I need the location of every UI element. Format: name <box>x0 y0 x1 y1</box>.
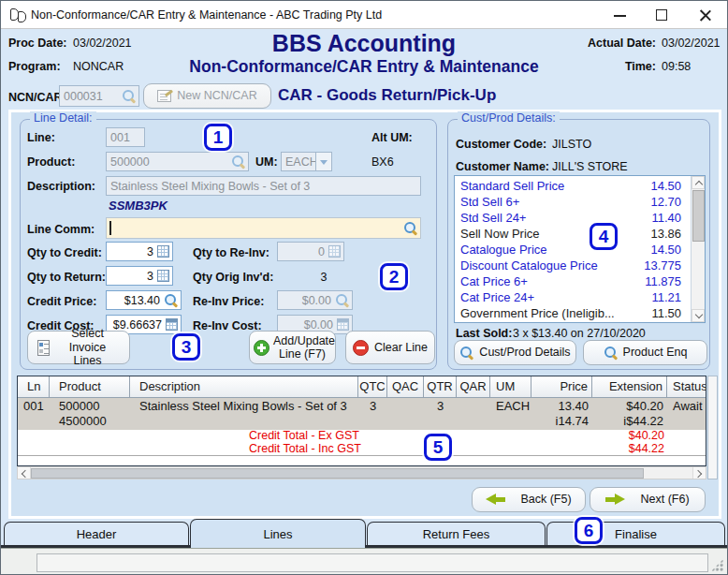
search-icon[interactable] <box>122 89 136 103</box>
description-label: Description: <box>27 180 95 193</box>
new-document-icon <box>157 90 171 102</box>
scrollbar-thumb[interactable] <box>31 468 644 479</box>
list-item[interactable]: Discount Catalogue Price13.775 <box>455 258 691 273</box>
maximize-button[interactable] <box>641 1 683 29</box>
annotation-badge-4: 4 <box>590 223 618 250</box>
qty-to-reinv-field[interactable]: 0 <box>277 242 344 261</box>
tab-lines[interactable]: Lines <box>190 519 366 548</box>
list-item[interactable]: Std Sell 24+11.40 <box>455 210 691 226</box>
annotation-badge-6: 6 <box>575 517 603 544</box>
main-panel: Line Detail: Line: 001 Alt UM: Product: … <box>8 110 721 519</box>
tab-finalise[interactable]: Finalise <box>546 522 725 545</box>
qty-orig-label: Qty Orig Inv'd: <box>193 271 273 284</box>
reinv-price-label: Re-Inv Price: <box>193 295 264 308</box>
ncn-car-field[interactable]: 000031 <box>59 85 139 107</box>
line-label: Line: <box>27 131 55 144</box>
description-field[interactable]: Stainless Steel Mixing Bowls - Set of 3 <box>106 176 421 196</box>
maximize-icon <box>656 9 667 21</box>
clear-line-button[interactable]: Clear Line <box>345 331 435 364</box>
col-header-qar[interactable]: QAR <box>457 376 490 397</box>
product-search-icon[interactable] <box>231 155 245 169</box>
status-bar <box>1 548 727 575</box>
select-invoice-lines-button[interactable]: Select Invoice Lines <box>27 331 130 364</box>
qty-to-return-field[interactable]: 3 <box>106 266 173 286</box>
credit-price-field[interactable]: $13.40 <box>106 290 182 310</box>
table-horizontal-scrollbar[interactable] <box>17 466 706 479</box>
credit-totals: Credit Total - Ex GST $40.20 Credit Tota… <box>18 430 706 456</box>
list-item[interactable]: Cat Price 6+11.875 <box>455 273 691 289</box>
line-detail-group: Line Detail: Line: 001 Alt UM: Product: … <box>20 119 437 370</box>
qty-grid-icon[interactable] <box>157 245 169 258</box>
line-field[interactable]: 001 <box>106 127 145 147</box>
scroll-down-icon[interactable] <box>692 309 705 322</box>
line-comm-field[interactable] <box>106 217 421 239</box>
customer-code-label: Customer Code: <box>456 138 546 151</box>
um-select[interactable]: EACH <box>281 152 332 171</box>
table-header[interactable]: Ln Product Description QTC QAC QTR QAR U… <box>18 376 706 398</box>
table-row[interactable]: 001 5000004500000 Stainless Steel Mixing… <box>18 398 706 430</box>
comment-search-icon[interactable] <box>403 221 417 235</box>
text-cursor <box>109 221 111 235</box>
calculator-icon[interactable] <box>166 318 178 331</box>
qty-to-reinv-label: Qty to Re-Inv: <box>193 246 269 259</box>
list-item[interactable]: Sell Now Price13.86 <box>455 226 691 242</box>
scrollbar-thumb[interactable] <box>692 190 705 242</box>
col-header-price[interactable]: Price <box>531 376 592 397</box>
col-header-product[interactable]: Product <box>50 376 130 397</box>
col-header-status[interactable]: Status <box>667 376 706 397</box>
search-icon <box>459 346 473 360</box>
product-label: Product: <box>27 155 75 169</box>
product-field[interactable]: 500000 <box>106 152 249 171</box>
line-detail-legend: Line Detail: <box>30 111 96 125</box>
reinv-price-field[interactable]: $0.00 <box>277 290 353 310</box>
col-header-qac[interactable]: QAC <box>387 376 424 397</box>
total-row: Credit Total - Inc GST $44.22 <box>18 443 706 456</box>
lines-table: Ln Product Description QTC QAC QTR QAR U… <box>17 376 706 466</box>
col-header-qtr[interactable]: QTR <box>424 376 457 397</box>
product-code: SSMB3PK <box>109 199 167 213</box>
alt-um-label: Alt UM: <box>371 131 413 144</box>
annotation-badge-2: 2 <box>380 263 408 290</box>
close-button[interactable] <box>684 1 726 29</box>
next-button[interactable]: Next (F6) <box>590 487 706 512</box>
scroll-left-icon[interactable] <box>18 467 31 479</box>
tab-return-fees[interactable]: Return Fees <box>367 522 546 545</box>
col-header-um[interactable]: UM <box>490 376 531 397</box>
resize-grip[interactable] <box>711 559 723 571</box>
list-item[interactable]: Cat Price 24+11.21 <box>455 289 691 305</box>
chevron-down-icon[interactable] <box>315 153 331 170</box>
back-button[interactable]: Back (F5) <box>472 487 586 512</box>
price-search-icon[interactable] <box>164 293 178 307</box>
scroll-right-icon[interactable] <box>692 467 706 479</box>
qty-grid-icon <box>328 245 341 258</box>
col-header-extension[interactable]: Extension <box>592 376 667 397</box>
close-icon <box>699 9 711 22</box>
tab-header[interactable]: Header <box>4 522 189 545</box>
scroll-up-icon[interactable] <box>692 176 705 189</box>
app-icon <box>10 7 26 22</box>
cust-prod-details-button[interactable]: Cust/Prod Details <box>454 340 576 365</box>
qty-grid-icon[interactable] <box>157 270 169 282</box>
alt-um-value: BX6 <box>371 155 394 169</box>
table-vertical-scrollbar[interactable] <box>707 376 718 479</box>
minimize-button[interactable] <box>599 1 641 29</box>
list-item[interactable]: Catalogue Price14.50 <box>455 242 691 258</box>
customer-name-label: Customer Name: <box>456 160 549 173</box>
add-update-line-button[interactable]: Add/Update Line (F7) <box>249 331 336 364</box>
arrow-left-icon <box>486 494 505 506</box>
annotation-badge-5: 5 <box>424 434 452 461</box>
list-item[interactable]: Government Price (Ineligib...11.50 <box>455 305 691 321</box>
col-header-qtc[interactable]: QTC <box>358 376 387 397</box>
qty-to-return-label: Qty to Return: <box>27 271 106 284</box>
list-item[interactable]: Standard Sell Price14.50 <box>455 178 691 194</box>
total-row: Credit Total - Ex GST $40.20 <box>18 430 706 443</box>
price-list-scrollbar[interactable] <box>691 176 705 322</box>
col-header-description[interactable]: Description <box>130 376 358 397</box>
qty-to-credit-field[interactable]: 3 <box>106 242 173 261</box>
new-ncn-car-button[interactable]: New NCN/CAR <box>143 83 271 109</box>
list-item[interactable]: Std Sell 6+12.70 <box>455 194 691 210</box>
title-bar[interactable]: Non-Conformance/CAR Entry & Maintenance … <box>1 1 727 29</box>
price-search-icon <box>335 293 349 307</box>
product-enq-button[interactable]: Product Enq <box>583 340 707 365</box>
col-header-ln[interactable]: Ln <box>18 376 50 397</box>
